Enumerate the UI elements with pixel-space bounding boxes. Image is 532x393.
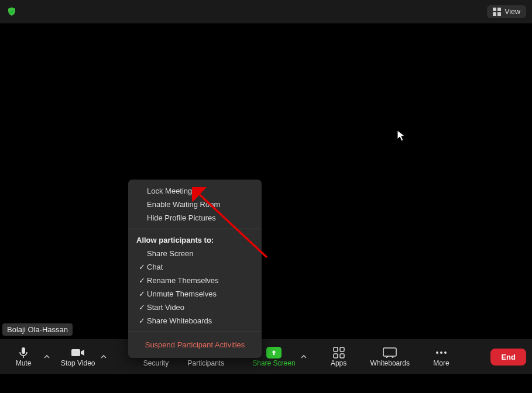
mute-button[interactable]: Mute <box>6 346 41 367</box>
menu-label: Unmute Themselves <box>147 289 217 298</box>
menu-item-unmute-themselves[interactable]: ✓ Unmute Themselves <box>128 287 262 301</box>
bottom-toolbar: Mute Stop Video Security 1 <box>0 339 532 374</box>
menu-separator <box>128 332 262 332</box>
top-bar: View <box>0 0 532 23</box>
participants-label: Participants <box>188 359 225 367</box>
menu-separator <box>128 229 262 229</box>
share-screen-label: Share Screen <box>252 359 295 367</box>
svg-rect-11 <box>334 354 338 358</box>
check-icon: ✓ <box>136 303 147 312</box>
menu-label: Share Whiteboards <box>147 316 212 325</box>
menu-item-suspend-activities[interactable]: Suspend Participant Activities <box>128 336 262 353</box>
check-icon: ✓ <box>136 263 147 271</box>
more-button[interactable]: More <box>424 346 459 367</box>
view-button[interactable]: View <box>487 5 526 18</box>
menu-item-share-screen[interactable]: Share Screen <box>128 247 262 260</box>
menu-item-enable-waiting-room[interactable]: Enable Waiting Room <box>128 198 262 211</box>
menu-item-chat[interactable]: ✓ Chat <box>128 260 262 274</box>
stop-video-button[interactable]: Stop Video <box>59 346 98 367</box>
menu-label: Lock Meeting <box>147 187 192 195</box>
svg-rect-4 <box>22 347 25 354</box>
menu-label: Start Video <box>147 303 184 312</box>
share-screen-caret[interactable] <box>298 354 310 360</box>
menu-item-hide-profile-pictures[interactable]: Hide Profile Pictures <box>128 211 262 225</box>
video-icon <box>71 346 85 359</box>
svg-rect-1 <box>497 8 501 11</box>
more-label: More <box>433 359 449 367</box>
menu-item-start-video[interactable]: ✓ Start Video <box>128 301 262 314</box>
menu-label: Chat <box>147 263 163 271</box>
svg-rect-12 <box>340 354 344 358</box>
svg-rect-6 <box>71 349 80 356</box>
end-button[interactable]: End <box>490 349 526 366</box>
menu-label: Share Screen <box>147 249 194 258</box>
svg-rect-10 <box>340 347 344 351</box>
menu-label: Hide Profile Pictures <box>147 213 216 222</box>
video-area: Bolaji Ola-Hassan <box>0 23 532 339</box>
svg-rect-2 <box>493 12 496 16</box>
menu-item-lock-meeting[interactable]: Lock Meeting <box>128 184 262 198</box>
view-label: View <box>504 8 520 16</box>
menu-label: Rename Themselves <box>147 276 219 285</box>
check-icon: ✓ <box>136 276 147 285</box>
menu-label: Enable Waiting Room <box>147 200 220 209</box>
security-menu-popup: Lock Meeting Enable Waiting Room Hide Pr… <box>128 180 262 358</box>
svg-point-18 <box>444 351 447 354</box>
menu-section-header: Allow participants to: <box>128 233 262 247</box>
security-label: Security <box>143 359 169 367</box>
check-icon: ✓ <box>136 316 147 325</box>
whiteboards-label: Whiteboards <box>370 359 410 367</box>
apps-label: Apps <box>331 359 346 367</box>
svg-point-16 <box>436 351 438 354</box>
whiteboard-icon <box>383 346 397 359</box>
apps-button[interactable]: Apps <box>321 346 356 367</box>
menu-label: Suspend Participant Activities <box>145 340 245 349</box>
svg-rect-0 <box>493 8 496 11</box>
grid-icon <box>493 8 501 16</box>
stop-video-label: Stop Video <box>61 359 95 367</box>
microphone-icon <box>18 346 29 359</box>
svg-point-17 <box>440 351 442 354</box>
svg-rect-3 <box>497 12 501 16</box>
svg-rect-9 <box>334 347 338 351</box>
svg-rect-13 <box>383 348 396 356</box>
menu-item-rename-themselves[interactable]: ✓ Rename Themselves <box>128 274 262 287</box>
apps-icon <box>333 346 345 359</box>
mute-caret[interactable] <box>41 354 53 360</box>
encryption-shield-icon[interactable] <box>6 6 18 18</box>
menu-item-share-whiteboards[interactable]: ✓ Share Whiteboards <box>128 314 262 328</box>
share-screen-icon <box>266 346 282 359</box>
participant-name-chip: Bolaji Ola-Hassan <box>2 323 73 336</box>
check-icon: ✓ <box>136 289 147 298</box>
stop-video-caret[interactable] <box>98 354 109 360</box>
whiteboards-button[interactable]: Whiteboards <box>368 346 412 367</box>
mute-label: Mute <box>16 359 32 367</box>
more-icon <box>435 346 448 359</box>
